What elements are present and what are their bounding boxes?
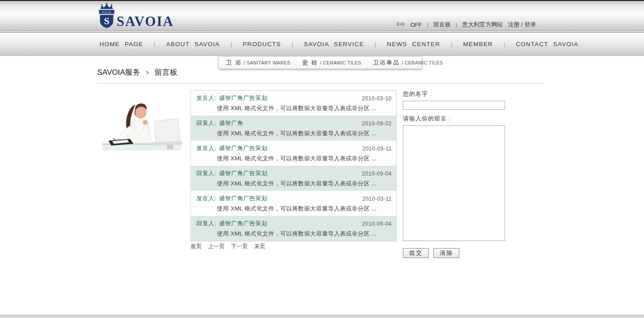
- main-nav-item: MEMBER |: [462, 38, 515, 50]
- sound-icon[interactable]: [397, 21, 404, 28]
- message-row-header: 回复人:盛智广角广告策划 2010-09-04: [196, 219, 392, 228]
- site-header: TILE S SAVOIA OFF | 留言板 | 意大利官方网站 注册 / 登…: [0, 0, 644, 31]
- nav-link[interactable]: ABOUT SAVOIA: [165, 38, 221, 50]
- submit-button[interactable]: 提交: [403, 248, 429, 258]
- nav-link[interactable]: MEMBER: [462, 38, 493, 50]
- message-row[interactable]: 发言人:盛智广角广告策划 2010-03-10 使用 XML 格式化文件，可以将…: [191, 90, 396, 116]
- nav-link[interactable]: CONTACT SAVOIA: [515, 38, 579, 50]
- message-row[interactable]: 发言人:盛智广角广告策划 2010-03-11 使用 XML 格式化文件，可以将…: [191, 191, 396, 216]
- breadcrumb-current: 留言板: [155, 67, 177, 77]
- message-row[interactable]: 回复人:盛智广角广告策划 2010-09-04 使用 XML 格式化文件，可以将…: [191, 216, 396, 241]
- pagination-link[interactable]: 下一页: [231, 243, 248, 250]
- name-input[interactable]: [403, 101, 505, 110]
- register-login-link[interactable]: 注册 / 登录: [508, 21, 536, 29]
- message-author-name[interactable]: 盛智广角广告策划: [219, 220, 268, 227]
- message-role-label: 发言人:: [196, 145, 216, 151]
- message-date: 2010-03-11: [363, 196, 392, 202]
- main-nav-item: PRODUCTS |: [242, 38, 303, 50]
- nav-link[interactable]: HOME PAGE: [99, 38, 144, 50]
- message-author: 回复人:盛智广角广告策划: [196, 219, 268, 228]
- main-nav-item: CONTACT SAVOIA |: [515, 38, 579, 50]
- message-row-header: 回复人:盛智广角 2010-09-02: [196, 119, 392, 127]
- sound-toggle-link[interactable]: OFF: [410, 21, 422, 28]
- message-author-name[interactable]: 盛智广角广告策划: [219, 170, 268, 176]
- message-label: 请输入你的留言 :: [403, 115, 506, 123]
- submenu-item[interactable]: 卫 浴 / SANITARY WARES: [226, 59, 290, 67]
- message-author-name[interactable]: 盛智广角广告策划: [219, 195, 268, 202]
- pagination: 首页 上一页 下一页 末页: [190, 243, 265, 250]
- message-role-label: 回复人:: [196, 170, 216, 176]
- woman-at-laptop-photo: [99, 97, 185, 153]
- message-author: 发言人:盛智广角广告策划: [196, 144, 268, 152]
- shield-letter: S: [104, 15, 109, 26]
- submenu-item-zh: 卫 浴: [226, 59, 242, 67]
- main-nav-list: HOME PAGE | ABOUT SAVOIA | PRODUCTS | SA…: [99, 33, 644, 56]
- message-role-label: 发言人:: [196, 195, 216, 202]
- message-row[interactable]: 发言人:盛智广角广告策划 2010-03-11 使用 XML 格式化文件，可以将…: [191, 141, 396, 166]
- brand-wordmark: SAVOIA: [117, 13, 174, 29]
- message-list: 发言人:盛智广角广告策划 2010-03-10 使用 XML 格式化文件，可以将…: [190, 90, 397, 241]
- message-author-name[interactable]: 盛智广角: [219, 120, 243, 126]
- submenu-item-en: / SANITARY WARES: [244, 60, 291, 65]
- content-area: SAVOIA服务 > 留言板: [97, 67, 544, 269]
- submenu-item-en: / CERAMIC TILES: [402, 60, 443, 65]
- footer-bar: [0, 315, 644, 318]
- nav-separator: |: [375, 41, 376, 47]
- message-date: 2010-03-10: [362, 95, 392, 102]
- breadcrumb-section[interactable]: SAVOIA服务: [97, 67, 140, 77]
- message-author-name[interactable]: 盛智广角广告策划: [219, 145, 268, 151]
- message-date: 2010-09-02: [362, 120, 392, 127]
- message-author-name[interactable]: 盛智广角广告策划: [219, 95, 268, 101]
- message-excerpt[interactable]: 使用 XML 格式化文件，可以将数据大容量导入表或非分区 ...: [196, 180, 392, 188]
- message-row-header: 发言人:盛智广角广告策划 2010-03-11: [196, 194, 392, 202]
- message-author: 回复人:盛智广角广告策划: [196, 169, 268, 177]
- message-row[interactable]: 回复人:盛智广角 2010-09-02 使用 XML 格式化文件，可以将数据大容…: [191, 116, 396, 141]
- message-excerpt[interactable]: 使用 XML 格式化文件，可以将数据大容量导入表或非分区 ...: [196, 205, 392, 213]
- main-columns: 发言人:盛智广角广告策划 2010-03-10 使用 XML 格式化文件，可以将…: [97, 90, 544, 269]
- main-nav: HOME PAGE | ABOUT SAVOIA | PRODUCTS | SA…: [0, 32, 644, 56]
- italy-site-link[interactable]: 意大利官方网站: [462, 21, 503, 29]
- message-form: 您的名字 : 请输入你的留言 : 提交 清除: [403, 90, 506, 258]
- topbar-links: OFF | 留言板 | 意大利官方网站 注册 / 登录: [397, 21, 536, 29]
- submenu-item-zh: 瓷 砖: [302, 59, 318, 67]
- main-nav-item: HOME PAGE |: [99, 38, 165, 50]
- message-author: 发言人:盛智广角广告策划: [196, 94, 268, 102]
- message-role-label: 回复人:: [196, 120, 216, 126]
- message-textarea[interactable]: [403, 125, 505, 241]
- message-excerpt[interactable]: 使用 XML 格式化文件，可以将数据大容量导入表或非分区 ...: [196, 230, 392, 238]
- pagination-link[interactable]: 上一页: [208, 243, 225, 250]
- main-nav-item: SAVOIA SERVICE |: [303, 38, 386, 50]
- topbar-separator: |: [456, 21, 457, 28]
- submenu-item[interactable]: 瓷 砖 / CERAMIC TILES: [302, 59, 361, 67]
- message-date: 2010-03-11: [363, 146, 392, 152]
- nav-link[interactable]: SAVOIA SERVICE: [303, 38, 365, 50]
- submenu-item-en: / CERAMIC TILES: [320, 60, 361, 65]
- form-buttons: 提交 清除: [403, 248, 506, 258]
- nav-separator: |: [154, 41, 156, 47]
- message-row-header: 回复人:盛智广角广告策划 2010-09-04: [196, 169, 392, 177]
- message-author: 发言人:盛智广角广告策划: [196, 194, 268, 202]
- breadcrumb-separator: >: [146, 69, 149, 76]
- nav-link[interactable]: NEWS CENTER: [386, 38, 441, 50]
- messageboard-link[interactable]: 留言板: [433, 21, 451, 29]
- message-row[interactable]: 回复人:盛智广角广告策划 2010-09-04 使用 XML 格式化文件，可以将…: [191, 166, 396, 191]
- breadcrumb-divider: [97, 83, 544, 84]
- pagination-link[interactable]: 首页: [190, 243, 202, 250]
- main-nav-item: ABOUT SAVOIA |: [165, 38, 242, 50]
- submenu-item[interactable]: 卫浴单品 / CERAMIC TILES: [373, 59, 443, 67]
- message-date: 2010-09-04: [362, 171, 392, 177]
- page: { "brand": { "name": "SAVOIA", "shield_t…: [0, 0, 644, 318]
- message-excerpt[interactable]: 使用 XML 格式化文件，可以将数据大容量导入表或非分区 ...: [196, 104, 392, 112]
- message-role-label: 回复人:: [196, 220, 216, 227]
- products-submenu: 卫 浴 / SANITARY WARES 瓷 砖 / CERAMIC TILES…: [218, 56, 422, 69]
- nav-separator: |: [504, 41, 505, 47]
- pagination-link[interactable]: 末页: [254, 243, 265, 250]
- nav-link[interactable]: PRODUCTS: [242, 38, 282, 50]
- savoia-logo[interactable]: TILE S SAVOIA: [94, 3, 175, 30]
- message-excerpt[interactable]: 使用 XML 格式化文件，可以将数据大容量导入表或非分区 ...: [196, 129, 392, 138]
- message-excerpt[interactable]: 使用 XML 格式化文件，可以将数据大容量导入表或非分区 ...: [196, 155, 392, 163]
- message-row-header: 发言人:盛智广角广告策划 2010-03-10: [196, 94, 392, 102]
- submenu-item-zh: 卫浴单品: [373, 59, 400, 67]
- clear-button[interactable]: 清除: [433, 248, 459, 258]
- message-date: 2010-09-04: [362, 221, 392, 227]
